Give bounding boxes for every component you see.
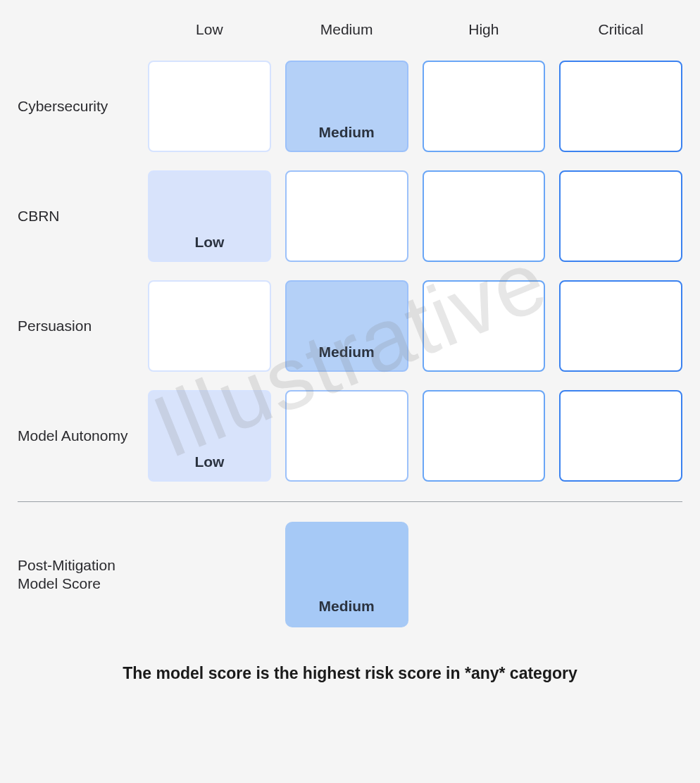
cell-cbrn-critical <box>559 170 682 262</box>
cell-persuasion-low <box>148 280 271 372</box>
score-spacer-high <box>423 522 546 627</box>
col-header-medium: Medium <box>285 21 408 42</box>
row-label-cybersecurity: Cybersecurity <box>18 61 134 152</box>
col-header-high: High <box>423 21 546 42</box>
cell-autonomy-high <box>423 390 546 482</box>
cell-autonomy-critical <box>559 390 682 482</box>
cell-persuasion-high <box>423 280 546 372</box>
cell-persuasion-medium: Medium <box>285 280 408 372</box>
cell-autonomy-low: Low <box>148 390 271 482</box>
col-header-critical: Critical <box>559 21 682 42</box>
cell-cbrn-high <box>423 170 546 262</box>
cell-persuasion-critical <box>559 280 682 372</box>
col-header-low: Low <box>148 21 271 42</box>
cell-cbrn-low: Low <box>148 170 271 262</box>
score-cell: Medium <box>285 522 408 627</box>
cell-cybersecurity-high <box>423 61 546 152</box>
score-spacer-low <box>148 522 271 627</box>
cell-cybersecurity-low <box>148 61 271 152</box>
section-divider <box>18 501 682 502</box>
cell-cybersecurity-medium: Medium <box>285 61 408 152</box>
risk-matrix: Low Medium High Critical Cybersecurity M… <box>18 21 682 482</box>
row-label-autonomy: Model Autonomy <box>18 390 134 482</box>
score-label: Post-Mitigation Model Score <box>18 522 134 627</box>
cell-autonomy-medium <box>285 390 408 482</box>
score-spacer-critical <box>559 522 682 627</box>
score-row: Post-Mitigation Model Score Medium <box>18 522 682 627</box>
cell-cbrn-medium <box>285 170 408 262</box>
cell-cybersecurity-critical <box>559 61 682 152</box>
header-spacer <box>18 21 134 42</box>
row-label-cbrn: CBRN <box>18 170 134 262</box>
row-label-persuasion: Persuasion <box>18 280 134 372</box>
footer-note: The model score is the highest risk scor… <box>18 664 682 683</box>
